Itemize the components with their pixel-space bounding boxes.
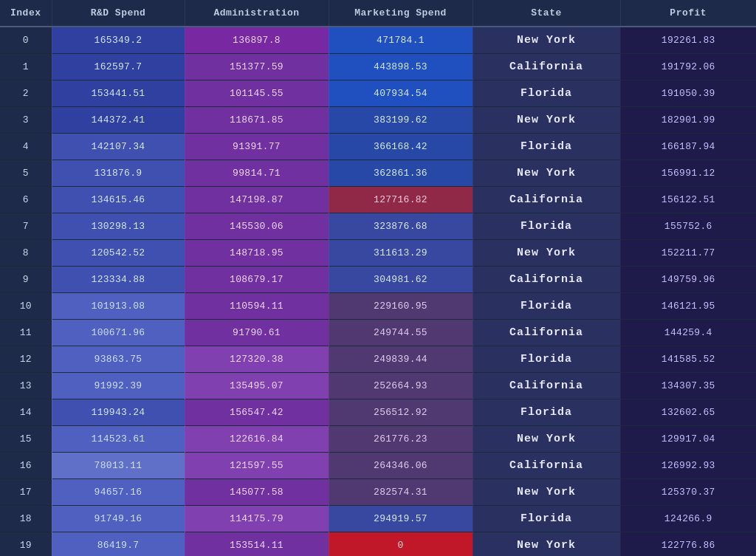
cell-index: 17	[0, 479, 52, 506]
cell-admin: 108679.17	[185, 267, 329, 293]
cell-profit: 191050.39	[620, 80, 756, 107]
cell-state: California	[472, 187, 620, 213]
cell-admin: 145530.06	[185, 213, 329, 240]
cell-mkt: 264346.06	[329, 453, 472, 479]
cell-admin: 121597.55	[185, 453, 329, 479]
cell-index: 13	[0, 373, 52, 399]
cell-index: 19	[0, 532, 52, 557]
cell-admin: 118671.85	[185, 107, 329, 134]
table-row: 1794657.16145077.58282574.31New York1253…	[0, 479, 756, 506]
cell-state: Florida	[472, 80, 620, 107]
cell-profit: 141585.52	[620, 346, 756, 373]
cell-admin: 127320.38	[185, 346, 329, 373]
table-row: 2153441.51101145.55407934.54Florida19105…	[0, 80, 756, 107]
cell-admin: 145077.58	[185, 479, 329, 506]
cell-index: 15	[0, 426, 52, 453]
col-header-rd: R&D Spend	[52, 0, 185, 27]
table-row: 7130298.13145530.06323876.68Florida15575…	[0, 213, 756, 240]
cell-mkt: 407934.54	[329, 80, 472, 107]
cell-profit: 152211.77	[620, 240, 756, 267]
cell-mkt: 249839.44	[329, 346, 472, 373]
cell-state: California	[472, 320, 620, 346]
cell-index: 7	[0, 213, 52, 240]
cell-admin: 114175.79	[185, 506, 329, 532]
cell-profit: 156122.51	[620, 187, 756, 213]
cell-index: 14	[0, 399, 52, 426]
cell-index: 10	[0, 293, 52, 320]
cell-index: 0	[0, 27, 52, 54]
cell-admin: 99814.71	[185, 160, 329, 187]
cell-rd: 101913.08	[52, 293, 185, 320]
cell-admin: 151377.59	[185, 54, 329, 80]
cell-mkt: 304981.62	[329, 267, 472, 293]
cell-state: New York	[472, 479, 620, 506]
table-row: 3144372.41118671.85383199.62New York1829…	[0, 107, 756, 134]
cell-state: New York	[472, 107, 620, 134]
cell-mkt: 294919.57	[329, 506, 472, 532]
cell-state: Florida	[472, 293, 620, 320]
col-header-mkt: Marketing Spend	[329, 0, 472, 27]
col-header-profit: Profit	[620, 0, 756, 27]
cell-index: 6	[0, 187, 52, 213]
table-row: 4142107.3491391.77366168.42Florida166187…	[0, 134, 756, 160]
cell-index: 4	[0, 134, 52, 160]
cell-index: 5	[0, 160, 52, 187]
table-row: 8120542.52148718.95311613.29New York1522…	[0, 240, 756, 267]
cell-admin: 91790.61	[185, 320, 329, 346]
cell-index: 2	[0, 80, 52, 107]
cell-admin: 153514.11	[185, 532, 329, 557]
cell-state: Florida	[472, 346, 620, 373]
cell-mkt: 471784.1	[329, 27, 472, 54]
cell-rd: 91749.16	[52, 506, 185, 532]
table-row: 1986419.7153514.110New York122776.86	[0, 532, 756, 557]
cell-profit: 134307.35	[620, 373, 756, 399]
cell-profit: 124266.9	[620, 506, 756, 532]
cell-rd: 134615.46	[52, 187, 185, 213]
cell-mkt: 282574.31	[329, 479, 472, 506]
table-row: 14119943.24156547.42256512.92Florida1326…	[0, 399, 756, 426]
cell-index: 1	[0, 54, 52, 80]
cell-admin: 156547.42	[185, 399, 329, 426]
cell-index: 3	[0, 107, 52, 134]
cell-mkt: 443898.53	[329, 54, 472, 80]
cell-mkt: 256512.92	[329, 399, 472, 426]
table-row: 0165349.2136897.8471784.1New York192261.…	[0, 27, 756, 54]
cell-state: California	[472, 453, 620, 479]
cell-admin: 101145.55	[185, 80, 329, 107]
cell-state: New York	[472, 160, 620, 187]
cell-mkt: 252664.93	[329, 373, 472, 399]
table-header-row: Index R&D Spend Administration Marketing…	[0, 0, 756, 27]
table-row: 1891749.16114175.79294919.57Florida12426…	[0, 506, 756, 532]
cell-profit: 192261.83	[620, 27, 756, 54]
cell-rd: 86419.7	[52, 532, 185, 557]
cell-mkt: 311613.29	[329, 240, 472, 267]
cell-admin: 136897.8	[185, 27, 329, 54]
cell-mkt: 362861.36	[329, 160, 472, 187]
cell-admin: 110594.11	[185, 293, 329, 320]
cell-state: New York	[472, 27, 620, 54]
cell-rd: 114523.61	[52, 426, 185, 453]
cell-rd: 78013.11	[52, 453, 185, 479]
table-row: 5131876.999814.71362861.36New York156991…	[0, 160, 756, 187]
table-row: 9123334.88108679.17304981.62California14…	[0, 267, 756, 293]
cell-profit: 132602.65	[620, 399, 756, 426]
cell-index: 12	[0, 346, 52, 373]
cell-rd: 91992.39	[52, 373, 185, 399]
cell-mkt: 249744.55	[329, 320, 472, 346]
cell-rd: 153441.51	[52, 80, 185, 107]
table-row: 11100671.9691790.61249744.55California14…	[0, 320, 756, 346]
cell-state: New York	[472, 426, 620, 453]
cell-admin: 147198.87	[185, 187, 329, 213]
cell-mkt: 366168.42	[329, 134, 472, 160]
cell-state: Florida	[472, 399, 620, 426]
cell-admin: 148718.95	[185, 240, 329, 267]
table-row: 10101913.08110594.11229160.95Florida1461…	[0, 293, 756, 320]
col-header-state: State	[472, 0, 620, 27]
cell-rd: 94657.16	[52, 479, 185, 506]
cell-profit: 191792.06	[620, 54, 756, 80]
table-row: 1391992.39135495.07252664.93California13…	[0, 373, 756, 399]
cell-rd: 120542.52	[52, 240, 185, 267]
col-header-admin: Administration	[185, 0, 329, 27]
cell-state: Florida	[472, 134, 620, 160]
cell-rd: 93863.75	[52, 346, 185, 373]
